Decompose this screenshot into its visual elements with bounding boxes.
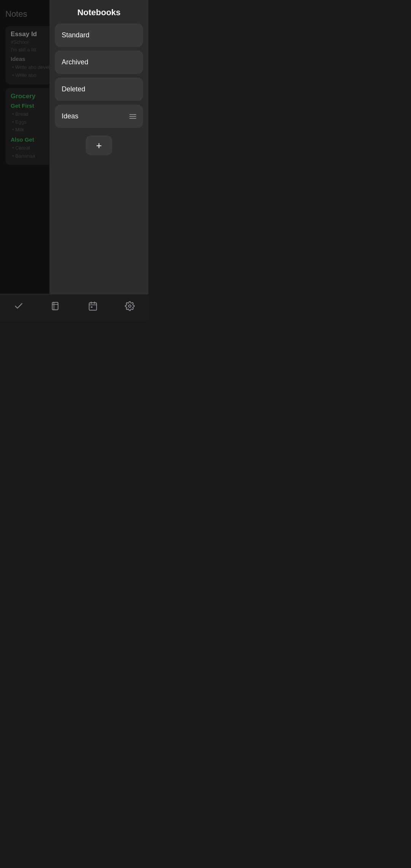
- notebook-label-ideas: Ideas: [62, 112, 78, 120]
- nav-item-notebooks[interactable]: [45, 299, 67, 313]
- notebooks-panel-title: Notebooks: [57, 8, 141, 18]
- plus-icon: +: [96, 140, 102, 150]
- nav-item-calendar[interactable]: [82, 299, 104, 313]
- notebooks-panel: Notebooks Standard Archived Deleted Idea…: [49, 0, 148, 321]
- notebook-label-archived: Archived: [62, 58, 88, 66]
- notebook-label-deleted: Deleted: [62, 85, 85, 93]
- notebook-item-deleted[interactable]: Deleted: [55, 78, 143, 101]
- nav-item-settings[interactable]: [119, 299, 141, 313]
- nav-item-checkmark[interactable]: [8, 299, 30, 313]
- svg-rect-7: [91, 306, 92, 308]
- notebooks-icon: [51, 301, 61, 311]
- notebook-item-archived[interactable]: Archived: [55, 51, 143, 74]
- svg-point-8: [129, 305, 131, 307]
- notebook-item-ideas[interactable]: Ideas: [55, 105, 143, 128]
- svg-rect-0: [53, 302, 58, 310]
- bottom-nav: [0, 294, 148, 321]
- gear-icon: [125, 301, 135, 311]
- notebook-item-standard[interactable]: Standard: [55, 24, 143, 47]
- notebook-menu-icon[interactable]: [129, 114, 136, 119]
- notebooks-header: Notebooks: [49, 0, 148, 24]
- notebooks-list: Standard Archived Deleted Ideas +: [49, 24, 148, 321]
- calendar-icon: [88, 301, 98, 311]
- add-notebook-button[interactable]: +: [86, 136, 112, 155]
- checkmark-icon: [14, 301, 24, 311]
- svg-rect-3: [89, 303, 97, 310]
- notebook-label-standard: Standard: [62, 31, 89, 39]
